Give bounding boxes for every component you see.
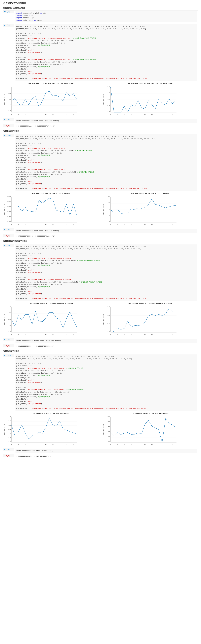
- cell-content-corr-pacifier[interactable]: stats.pearsonr(pacifier_star, pacifier_t…: [14, 118, 198, 124]
- svg-text:9: 9: [138, 114, 138, 116]
- code-microwave-best: max_micro_star = [4.00, 3.52, 4.20, 3.98…: [15, 244, 197, 301]
- svg-text:15: 15: [59, 224, 60, 226]
- cell-content-corr-out-hairdryer: (0.07566599736600E2, 0.00790983731236S37…: [14, 234, 198, 238]
- cell-microwave-all-corr-out: Out[9]: (0.5339052430025S3, 0.0174664333…: [3, 454, 198, 458]
- svg-text:17: 17: [66, 444, 67, 446]
- svg-text:15: 15: [59, 114, 60, 116]
- svg-text:3.6: 3.6: [8, 424, 11, 426]
- cell-label-corr-out-pacifier: Out[3]:: [3, 124, 14, 127]
- svg-text:2.75: 2.75: [107, 416, 110, 418]
- svg-text:13: 13: [52, 334, 54, 336]
- svg-text:19: 19: [73, 224, 74, 226]
- code-hairdryer: max_hair_star = [4.19, 4.19, 4.19, 4.14,…: [15, 134, 197, 191]
- cell-label-corr-microwave-best: In [7]:: [3, 338, 14, 341]
- svg-text:4.225: 4.225: [7, 201, 11, 203]
- svg-text:17: 17: [165, 114, 167, 116]
- chart-pacifier-stars: The average stars of the best-selling ha…: [3, 83, 99, 116]
- section-microwave-best: 销售量最多的微波炉的情况 In [107]: max_micro_star = …: [3, 240, 198, 348]
- cell-content-2[interactable]: pacifier_star = [3.99, 4.11, 3.85, 3.73,…: [14, 24, 198, 81]
- svg-text:15: 15: [158, 444, 160, 446]
- svg-text:7: 7: [32, 334, 32, 336]
- svg-text:5: 5: [25, 114, 25, 116]
- code-corr-pacifier: stats.pearsonr(pacifier_star, pacifier_t…: [15, 119, 197, 123]
- svg-text:average sales: average sales: [103, 424, 105, 435]
- svg-text:19: 19: [73, 334, 74, 336]
- chart-microwave-best-stars: The average stars of the best-selling mi…: [3, 303, 99, 337]
- svg-text:11: 11: [45, 334, 47, 336]
- svg-text:7: 7: [131, 444, 132, 446]
- svg-text:11: 11: [144, 224, 146, 226]
- cell-content-corr-hairdryer[interactable]: stats.pearsonr(max_hair_star, max_hair_t…: [14, 228, 198, 234]
- chart-hairdryer-sales: The average sales of the all hair dryers…: [102, 193, 198, 227]
- svg-text:11: 11: [45, 224, 47, 226]
- cell-label-2: In [2]:: [3, 24, 14, 27]
- svg-text:19: 19: [172, 224, 173, 226]
- section-microwave-all: 所有微波炉的情况 In [113]: micro_star = [3.76, 3…: [3, 350, 198, 458]
- svg-microwave-all-sales: average sales month 0.75 1.00 1.25 1.50 …: [102, 415, 185, 447]
- svg-text:0.5: 0.5: [108, 323, 110, 324]
- svg-text:1.25: 1.25: [107, 431, 110, 433]
- svg-text:4.5: 4.5: [8, 306, 11, 308]
- svg-text:4.150: 4.150: [7, 216, 11, 218]
- svg-text:19: 19: [73, 114, 74, 116]
- svg-text:7: 7: [32, 224, 32, 226]
- svg-text:19: 19: [172, 444, 173, 446]
- svg-text:4.125: 4.125: [7, 221, 11, 223]
- svg-text:3.0: 3.0: [8, 437, 11, 438]
- section-pacifier: 销售量最多的奶嘴的情况 In [1]: import matplotlib.py…: [3, 6, 198, 128]
- svg-text:3.4: 3.4: [8, 429, 11, 430]
- chart-title-microwave-best-stars: The average stars of the best-selling mi…: [3, 303, 99, 304]
- cell-in-label-corr: In [3]:: [4, 119, 10, 120]
- cell-content-corr-microwave-best[interactable]: stats.pearsonr(max_micro_star, max_micro…: [14, 338, 198, 344]
- cell-content-1[interactable]: import matplotlib.pyplot as plt import n…: [14, 10, 198, 23]
- svg-text:average stars: average stars: [4, 424, 5, 435]
- svg-text:3: 3: [117, 334, 118, 336]
- cell-label-corr-out-microwave-all: Out[9]:: [3, 454, 14, 457]
- cell-content-microwave-all[interactable]: micro_star = [3.76, 3.16, 3.38, 3.79, 3.…: [14, 354, 198, 411]
- svg-text:7: 7: [131, 334, 132, 336]
- svg-text:9: 9: [38, 114, 39, 116]
- cell-microwave-all-code: In [113]: micro_star = [3.76, 3.16, 3.38…: [3, 354, 198, 411]
- svg-text:3: 3: [117, 224, 118, 226]
- svg-text:1.50: 1.50: [107, 426, 110, 428]
- cell-content-corr-microwave-all[interactable]: stats.pearsonr(micro_star, micro_total): [14, 448, 198, 454]
- cell-content-microwave-best[interactable]: max_micro_star = [4.00, 3.52, 4.20, 3.98…: [14, 244, 198, 301]
- svg-text:7: 7: [32, 444, 32, 446]
- svg-pacifier-sales: average sales month 0.0 0.5 1.0 1.5 2.0 …: [102, 85, 185, 116]
- cell-content-hairdryer[interactable]: max_hair_star = [4.19, 4.19, 4.19, 4.14,…: [14, 134, 198, 191]
- svg-text:15: 15: [158, 224, 160, 226]
- svg-text:average stars: average stars: [4, 94, 5, 105]
- cell-content-corr-out-microwave-best: (0.33196603430964544, 0.15286736935S3088…: [14, 344, 198, 348]
- svg-text:17: 17: [66, 334, 67, 336]
- svg-text:5: 5: [124, 444, 125, 446]
- svg-text:1: 1: [110, 444, 111, 446]
- svg-text:13: 13: [52, 444, 54, 446]
- charts-row-microwave-all: The average stars of the all microwaves …: [3, 413, 198, 447]
- svg-text:1.5: 1.5: [108, 92, 110, 94]
- svg-text:4.200: 4.200: [7, 206, 11, 208]
- svg-text:5: 5: [124, 334, 125, 336]
- output-hairdryer-corr: (0.07566599736600E2, 0.00790983731236S37…: [15, 235, 197, 237]
- output-microwave-best-corr: (0.33196603430964544, 0.15286736935S3088…: [15, 345, 197, 347]
- cell-label-microwave-best: In [107]:: [3, 244, 14, 247]
- svg-text:13: 13: [52, 114, 54, 116]
- svg-text:3.5: 3.5: [8, 331, 11, 333]
- svg-text:15: 15: [59, 444, 60, 446]
- svg-text:17: 17: [165, 444, 167, 446]
- svg-pacifier-stars: average stars month 3.8 4.0 4.2 4.4 1 3 …: [3, 85, 86, 116]
- svg-text:17: 17: [66, 224, 67, 226]
- cell-label-1: In [1]:: [3, 10, 14, 13]
- svg-text:3: 3: [117, 114, 118, 116]
- svg-text:3.2: 3.2: [8, 433, 11, 434]
- code-corr-microwave-best: stats.pearsonr(max_micro_star, max_micro…: [15, 339, 197, 343]
- svg-text:5: 5: [25, 224, 25, 226]
- svg-text:4.175: 4.175: [7, 211, 11, 213]
- svg-text:3.8: 3.8: [8, 110, 11, 112]
- svg-text:3: 3: [18, 334, 19, 336]
- svg-text:9: 9: [38, 334, 39, 336]
- svg-text:7: 7: [131, 224, 132, 226]
- svg-text:7: 7: [131, 114, 132, 116]
- svg-text:4: 4: [109, 215, 110, 216]
- svg-text:3: 3: [18, 114, 19, 116]
- svg-text:7: 7: [32, 114, 32, 116]
